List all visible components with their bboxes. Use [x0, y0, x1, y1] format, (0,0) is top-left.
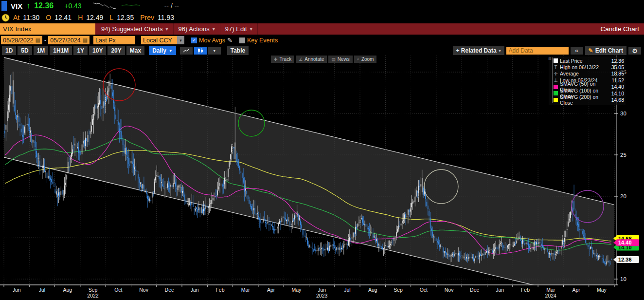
low-value: 12.35 [117, 14, 134, 21]
month-label: Dec [165, 287, 174, 293]
table-button[interactable]: Table [227, 46, 249, 55]
edit-chart-button[interactable]: ✎ Edit Chart [585, 46, 626, 55]
month-label: Sep [394, 287, 403, 293]
chevron-down-icon: ▾ [165, 26, 168, 32]
candle-chart-canvas[interactable]: JunJulAugSepOctNovDecJanFebMarAprMayJunJ… [0, 56, 644, 300]
legend-label: Last Price [560, 58, 607, 64]
up-arrow-icon: ↑ [26, 1, 30, 10]
pencil-icon: ✎ [589, 47, 593, 54]
chevron-down-icon: ▾ [214, 49, 215, 53]
mov-avgs-checkbox[interactable]: ✓ [191, 38, 197, 43]
menu-item[interactable]: 96) Actions ▾ [174, 23, 220, 35]
period-button[interactable]: 20Y [107, 46, 125, 55]
period-button[interactable]: 1H1M [50, 46, 72, 55]
period-button[interactable]: 5D [18, 46, 32, 55]
chart-tool-button[interactable]: ⌕ Zoom [354, 56, 377, 63]
tool-label: Zoom [361, 56, 374, 62]
security-name-box[interactable]: VIX Index [0, 23, 95, 35]
legend-marker [554, 91, 558, 95]
open-value: 12.41 [54, 14, 72, 21]
line-chart-button[interactable] [180, 47, 193, 55]
add-data-input[interactable] [506, 47, 569, 55]
period-button[interactable]: Max [126, 46, 144, 55]
year-label: 2024 [545, 293, 557, 299]
toolbar-right-group: + Related Data ▾ « ✎ Edit Chart ⚙ [453, 46, 644, 55]
key-events-checkbox[interactable] [239, 38, 245, 43]
price-tick-label: 25 [620, 152, 626, 158]
legend-marker: T [554, 65, 558, 70]
ticker-symbol: VIX [11, 2, 22, 10]
month-label: Sep [89, 287, 98, 293]
chevron-down-icon: ▾ [250, 26, 252, 32]
pencil-icon[interactable]: ✎ [227, 37, 233, 44]
legend-label: High on 06/13/22 [560, 64, 607, 70]
month-label: Aug [368, 287, 377, 293]
prev-label: Prev [140, 14, 154, 21]
chart-tool-button[interactable]: ∠ Annotate [296, 56, 327, 63]
bloomberg-terminal-window: VIX ↑ 12.36 +0.43 -- / -- At 11:30 O 12.… [0, 0, 644, 300]
last-price: 12.36 [34, 1, 54, 10]
plot-area[interactable] [4, 57, 618, 300]
mov-avgs-label: Mov Avgs [199, 37, 225, 44]
chart-tool-button[interactable]: ✚ Track [271, 56, 294, 63]
currency-select[interactable]: Local CCY ▾ [141, 36, 184, 44]
chart-type-dropdown[interactable]: ▾ [208, 47, 221, 55]
period-button[interactable]: 1Y [73, 46, 88, 55]
tool-label: News [338, 56, 350, 62]
at-time: 11:30 [23, 14, 39, 21]
date-to-value: 05/27/2024 [50, 37, 81, 44]
month-label: Nov [445, 287, 454, 293]
high-value: 12.49 [86, 14, 103, 21]
price-badge: 14.40 [613, 239, 639, 246]
price-field-select[interactable]: Last Px [93, 36, 135, 44]
chart-floating-toolbar: ✚ Track ∠ Annotate ▤ News ⌕ Zoom [271, 56, 376, 63]
month-label: Jun [318, 287, 326, 293]
period-button[interactable]: 1M [34, 46, 49, 55]
frequency-value: Daily [152, 47, 166, 54]
double-chevron-left-icon: « [575, 47, 578, 54]
legend-value: 12.36 [608, 58, 624, 64]
menu-item[interactable]: 97) Edit ▾ [220, 23, 258, 35]
legend-row: SMAVG (200) on Close 14.68 [554, 96, 624, 103]
legend-value: 14.10 [608, 91, 624, 96]
period-button[interactable]: 1D [2, 46, 16, 55]
chevron-down-icon[interactable]: ▾ [177, 36, 184, 44]
open-label: O [46, 14, 51, 21]
tool-icon: ✚ [274, 57, 278, 62]
prev-value: 11.93 [158, 14, 174, 21]
month-label: Mar [241, 287, 250, 293]
menu-item[interactable]: 94) Suggested Charts ▾ [96, 23, 174, 35]
chart-tool-button[interactable]: ▤ News [328, 56, 353, 63]
date-from-value: 05/28/2022 [3, 37, 34, 44]
sparkline-icon [92, 1, 141, 11]
calendar-icon[interactable]: ▦ [83, 37, 88, 43]
tool-icon: ▤ [331, 57, 336, 62]
collapse-panel-button[interactable]: « [571, 47, 583, 55]
tool-icon: ⌕ [357, 56, 359, 62]
chevron-down-icon: ▼ [169, 49, 173, 53]
settings-button[interactable]: ⚙ [628, 47, 641, 55]
month-label: Jun [13, 287, 21, 293]
month-label: Apr [267, 287, 275, 293]
calendar-icon[interactable]: ▦ [36, 37, 40, 43]
date-separator: - [44, 37, 46, 44]
legend-value: 18.85 [608, 71, 624, 76]
high-label: H [78, 14, 83, 21]
menu-item-label: 97) Edit [225, 25, 247, 33]
year-label: 2023 [316, 293, 328, 299]
legend-marker: ⊥ [554, 78, 558, 82]
period-button[interactable]: 10Y [89, 46, 106, 55]
date-to-field[interactable]: 05/27/2024 ▦ [48, 36, 89, 44]
related-data-button[interactable]: + Related Data ▾ [453, 46, 504, 55]
x-axis: JunJulAugSepOctNovDecJanFebMarAprMayJunJ… [0, 285, 618, 299]
chart-legend: ⊟ Last Price 12.36 T High on 06/13/22 35… [549, 56, 626, 105]
candle-chart-button[interactable] [194, 47, 207, 55]
edit-chart-label: Edit Chart [595, 47, 623, 54]
price-tick-label: 10 [620, 276, 626, 282]
legend-rows: Last Price 12.36 T High on 06/13/22 35.0… [552, 57, 624, 103]
month-label: Oct [114, 287, 122, 293]
date-from-field[interactable]: 05/28/2022 ▦ [1, 36, 42, 44]
frequency-dropdown[interactable]: Daily ▼ [149, 46, 176, 55]
legend-collapse-icon[interactable]: ⊟ [548, 56, 552, 61]
legend-value: 35.05 [608, 64, 624, 70]
